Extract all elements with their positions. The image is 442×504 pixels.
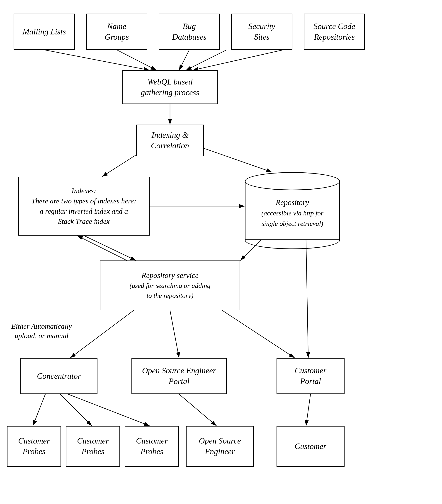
svg-line-4 [179, 50, 189, 70]
security-sites-box: SecuritySites [231, 14, 292, 50]
ose-portal-box: Open Source EngineerPortal [131, 358, 227, 394]
svg-line-3 [117, 50, 156, 70]
svg-line-16 [222, 310, 295, 358]
customer-probe-1-label: CustomerProbes [18, 435, 50, 457]
customer-probe-2-box: CustomerProbes [66, 426, 120, 467]
svg-line-12 [77, 236, 127, 261]
customer-probe-3-label: CustomerProbes [136, 435, 168, 457]
svg-line-20 [68, 394, 150, 426]
open-source-engineer-label: Open SourceEngineer [199, 435, 241, 457]
open-source-engineer-box: Open SourceEngineer [186, 426, 254, 467]
svg-line-22 [306, 394, 311, 426]
customer-probe-2-label: CustomerProbes [77, 435, 109, 457]
svg-line-15 [170, 310, 179, 358]
repository-label: Repository(accessible via http forsingle… [261, 197, 323, 228]
bug-databases-label: BugDatabases [172, 21, 206, 42]
auto-upload-label: Either Automaticallyupload, or manual [11, 322, 72, 340]
bug-databases-box: BugDatabases [159, 14, 220, 50]
customer-box: Customer [276, 426, 345, 467]
svg-line-21 [179, 394, 217, 426]
customer-probe-3-box: CustomerProbes [125, 426, 179, 467]
svg-line-5 [186, 50, 227, 70]
concentrator-label: Concentrator [37, 371, 81, 382]
webql-box: WebQL basedgathering process [122, 70, 218, 104]
source-code-label: Source CodeRepositories [313, 21, 355, 42]
repo-service-label: Repository service(used for searching or… [129, 270, 210, 301]
svg-line-17 [306, 240, 308, 358]
source-code-box: Source CodeRepositories [304, 14, 365, 50]
name-groups-box: NameGroups [86, 14, 147, 50]
svg-line-18 [33, 394, 45, 426]
repo-service-box: Repository service(used for searching or… [100, 261, 240, 310]
indexing-box: Indexing &Correlation [136, 125, 204, 156]
customer-probe-1-box: CustomerProbes [7, 426, 61, 467]
indexes-label: Indexes: There are two types of indexes … [32, 186, 136, 226]
indexes-box: Indexes: There are two types of indexes … [18, 177, 150, 236]
customer-portal-label: CustomerPortal [295, 365, 326, 387]
security-sites-label: SecuritySites [248, 21, 275, 42]
svg-line-6 [193, 50, 283, 70]
customer-portal-box: CustomerPortal [276, 358, 345, 394]
svg-line-14 [70, 310, 134, 358]
concentrator-box: Concentrator [20, 358, 97, 394]
diagram-container: Mailing Lists NameGroups BugDatabases Se… [0, 0, 442, 504]
customer-label: Customer [295, 441, 326, 452]
mailing-lists-box: Mailing Lists [14, 14, 75, 50]
webql-label: WebQL basedgathering process [141, 77, 199, 98]
repository-cylinder: Repository(accessible via http forsingle… [245, 172, 340, 240]
ose-portal-label: Open Source EngineerPortal [142, 365, 216, 387]
svg-line-2 [44, 50, 150, 70]
indexing-label: Indexing &Correlation [151, 130, 189, 151]
name-groups-label: NameGroups [105, 21, 129, 42]
svg-line-19 [60, 394, 92, 426]
svg-line-11 [84, 236, 136, 261]
mailing-lists-label: Mailing Lists [22, 27, 66, 37]
